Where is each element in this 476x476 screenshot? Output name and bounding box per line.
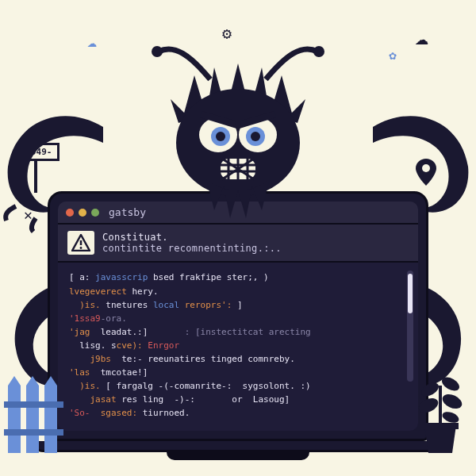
svg-point-10: [251, 132, 260, 141]
code-line: 'jag leadat.:] : [instectitcat arecting: [69, 325, 407, 339]
code-line: 'So- sgased: tiurnoed.: [69, 406, 407, 420]
svg-point-13: [80, 248, 83, 250]
maximize-icon[interactable]: [91, 209, 99, 217]
code-line: jasat res ling -)-: or Lasoug]: [69, 393, 407, 406]
svg-rect-27: [4, 429, 63, 436]
code-line: lvegeverect hery.: [69, 285, 407, 298]
cloud-icon: ☁: [87, 32, 97, 51]
code-line: '1ssa9-ora.: [69, 312, 407, 325]
code-line: 'las tmcotae!]: [69, 366, 407, 379]
svg-marker-23: [26, 376, 39, 386]
laptop-base: [32, 441, 444, 452]
fence-decoration: [4, 370, 75, 460]
cloud-icon: ☁: [415, 24, 428, 50]
svg-rect-22: [26, 386, 39, 453]
svg-point-17: [440, 391, 464, 411]
svg-point-4: [176, 89, 300, 197]
warning-line-2: contintite recomnentinting.:..: [102, 243, 282, 254]
plant-decoration: [413, 362, 468, 460]
gear-icon: ✿: [389, 48, 397, 63]
warning-banner: Constituat. contintite recomnentinting.:…: [58, 225, 418, 263]
screen-frame: gatsby Constituat. contintite recomnenti…: [48, 191, 428, 441]
svg-marker-25: [44, 376, 57, 386]
laptop-illustration: gatsby Constituat. contintite recomnenti…: [48, 191, 428, 460]
warning-text: Constituat. contintite recomnentinting.:…: [102, 232, 282, 254]
svg-rect-19: [422, 423, 459, 429]
laptop-foot: [167, 452, 309, 460]
svg-marker-21: [8, 376, 21, 386]
code-line: j9bs te:- reeunatires tinged comnreby.: [69, 352, 407, 366]
warning-icon: [67, 231, 94, 255]
warning-line-1: Constituat.: [102, 232, 282, 243]
svg-point-3: [313, 46, 324, 57]
svg-rect-24: [44, 386, 57, 453]
close-icon[interactable]: [66, 209, 74, 217]
svg-point-14: [419, 380, 441, 399]
svg-point-16: [416, 395, 440, 415]
svg-point-15: [440, 374, 462, 393]
svg-point-18: [441, 410, 461, 425]
code-line: [ a: javasscrip bsed frakfipe ster;, ): [69, 271, 407, 284]
code-line: lisg. scve): Enrgor: [69, 339, 407, 352]
code-line: )is. [ fargalg -(-comanrite-: sygsolont.…: [69, 379, 407, 393]
monster-illustration: [135, 32, 341, 225]
svg-point-2: [152, 46, 163, 57]
minimize-icon[interactable]: [79, 209, 86, 217]
svg-point-9: [216, 132, 225, 141]
terminal-pane[interactable]: [ a: javasscrip bsed frakfipe ster;, ) l…: [58, 263, 418, 431]
code-line: )is. tnetures local reroprs': ]: [69, 298, 407, 312]
svg-rect-20: [8, 386, 21, 453]
svg-rect-26: [4, 401, 63, 408]
